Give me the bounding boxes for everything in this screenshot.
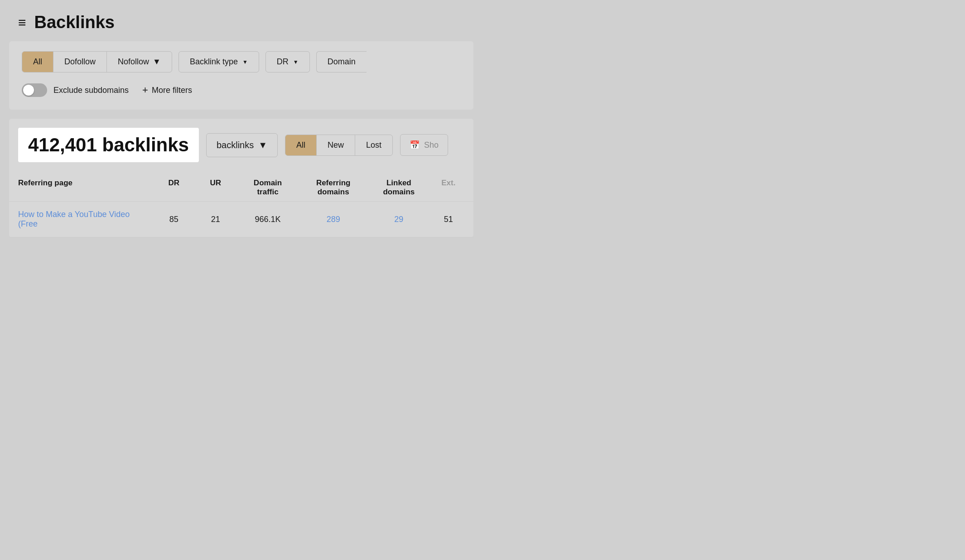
calendar-icon: 📅 <box>410 140 420 150</box>
backlinks-type-arrow: ▼ <box>258 140 267 150</box>
exclude-subdomains-label: Exclude subdomains <box>53 86 129 95</box>
td-dr: 85 <box>155 215 193 224</box>
th-ext: Ext. <box>433 179 464 197</box>
th-linked-domains: Linked domains <box>370 179 428 197</box>
th-referring-domains: Referring domains <box>301 179 365 197</box>
td-ext: 51 <box>433 215 464 224</box>
td-domain-traffic: 966.1K <box>239 215 297 224</box>
backlinks-count: 412,401 backlinks <box>28 134 189 155</box>
table-header-row: Referring page DR UR Domain traffic Refe… <box>9 174 473 202</box>
th-domain-traffic: Domain traffic <box>239 179 297 197</box>
backlink-type-arrow: ▼ <box>242 59 248 65</box>
td-ur: 21 <box>197 215 234 224</box>
tab-all[interactable]: All <box>285 135 317 155</box>
filter-all-button[interactable]: All <box>22 52 53 72</box>
referring-page-link[interactable]: How to Make a YouTube Video (Free <box>18 210 130 228</box>
filter-dofollow-button[interactable]: Dofollow <box>53 52 107 72</box>
backlink-type-dropdown[interactable]: Backlink type ▼ <box>179 51 259 72</box>
dr-arrow: ▼ <box>293 59 299 65</box>
all-new-lost-group: All New Lost <box>285 135 393 156</box>
filter-panel: All Dofollow Nofollow ▼ Backlink type ▼ … <box>9 41 473 110</box>
th-referring-page: Referring page <box>18 179 151 197</box>
backlinks-type-dropdown[interactable]: backlinks ▼ <box>206 133 278 157</box>
show-label: Sho <box>424 140 439 150</box>
filter-nofollow-button[interactable]: Nofollow ▼ <box>107 52 172 72</box>
toggle-knob <box>23 85 34 96</box>
td-linked-domains: 29 <box>370 215 428 224</box>
dr-dropdown[interactable]: DR ▼ <box>265 51 310 72</box>
backlinks-table: Referring page DR UR Domain traffic Refe… <box>9 169 473 237</box>
tab-new[interactable]: New <box>317 135 355 155</box>
page-title: Backlinks <box>34 13 115 32</box>
table-row: How to Make a YouTube Video (Free 85 21 … <box>9 202 473 237</box>
tab-lost[interactable]: Lost <box>355 135 392 155</box>
link-type-filter-group: All Dofollow Nofollow ▼ <box>22 51 172 72</box>
more-filters-plus-icon: + <box>142 84 148 96</box>
exclude-subdomains-toggle-group: Exclude subdomains <box>22 83 129 97</box>
th-ur: UR <box>197 179 234 197</box>
page-header: ≡ Backlinks <box>0 0 482 41</box>
backlinks-count-box: 412,401 backlinks <box>18 128 199 162</box>
menu-icon[interactable]: ≡ <box>18 16 26 29</box>
td-referring-page: How to Make a YouTube Video (Free <box>18 210 151 229</box>
calendar-button[interactable]: 📅 Sho <box>400 134 448 156</box>
filter-row-1: All Dofollow Nofollow ▼ Backlink type ▼ … <box>22 51 461 72</box>
exclude-subdomains-toggle[interactable] <box>22 83 47 97</box>
domain-dropdown[interactable]: Domain <box>316 51 367 72</box>
results-header: 412,401 backlinks backlinks ▼ All New Lo… <box>9 119 473 169</box>
main-content: 412,401 backlinks backlinks ▼ All New Lo… <box>9 119 473 237</box>
more-filters-button[interactable]: + More filters <box>142 81 192 100</box>
filter-row-2: Exclude subdomains + More filters <box>22 81 461 100</box>
nofollow-dropdown-arrow: ▼ <box>153 57 161 67</box>
td-referring-domains: 289 <box>301 215 365 224</box>
more-filters-label: More filters <box>152 86 192 95</box>
th-dr: DR <box>155 179 193 197</box>
